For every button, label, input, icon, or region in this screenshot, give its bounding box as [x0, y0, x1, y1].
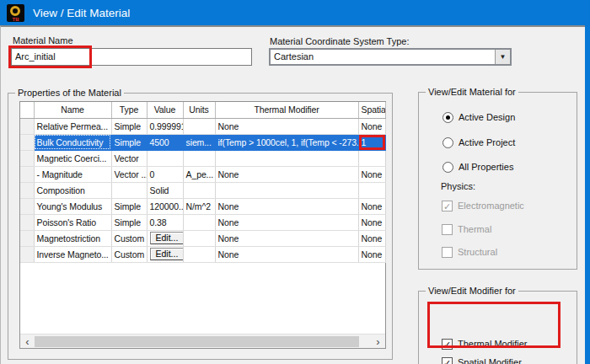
row-selector[interactable] — [20, 182, 34, 198]
table-row-magnetic-coercivity[interactable]: Magnetic Coerci... Vector — [20, 150, 385, 166]
table-row-magnitude[interactable]: - Magnitude Vector ... 0 A_pe... None No… — [20, 166, 385, 182]
chevron-down-icon[interactable]: ▼ — [495, 50, 510, 64]
cell-value[interactable]: 0 — [147, 166, 183, 182]
cell-thermal[interactable]: None — [215, 118, 358, 134]
radio-active-design[interactable]: Active Design — [442, 111, 515, 123]
cell-thermal[interactable] — [215, 150, 358, 166]
cell-type[interactable]: Custom — [111, 246, 147, 262]
cell-name[interactable]: Poisson's Ratio — [34, 214, 111, 230]
row-selector[interactable] — [20, 230, 34, 246]
cell-spatial[interactable]: None — [358, 166, 385, 182]
row-selector[interactable] — [20, 214, 34, 230]
edit-button[interactable]: Edit... — [150, 232, 184, 244]
cell-value[interactable]: Solid — [147, 182, 183, 198]
checkbox-label: Structural — [458, 247, 497, 257]
cell-thermal[interactable]: None — [215, 230, 358, 246]
cell-type[interactable]: Vector — [111, 150, 147, 166]
cell-value[interactable]: 120000... — [147, 198, 183, 214]
table-row-relative-permeability[interactable]: Relative Permea... Simple 0.999991 None … — [20, 118, 385, 134]
title-bar[interactable]: TB View / Edit Material — [0, 0, 590, 25]
cell-name[interactable]: Bulk Conductivity — [34, 134, 111, 150]
cell-spatial[interactable]: None — [358, 198, 385, 214]
cell-spatial[interactable]: None — [358, 230, 385, 246]
row-selector[interactable] — [20, 134, 34, 150]
header-thermal-modifier[interactable]: Thermal Modifier — [215, 102, 358, 118]
cell-thermal[interactable]: None — [215, 246, 358, 262]
table-row-poissons-ratio[interactable]: Poisson's Ratio Simple 0.38 None None — [20, 214, 385, 230]
checkbox-thermal-modifier[interactable]: Thermal Modifier — [442, 338, 528, 350]
table-row-bulk-conductivity[interactable]: Bulk Conductivity Simple 4500 siem... if… — [20, 134, 385, 150]
view-edit-material-dialog: TB View / Edit Material Material Name Ar… — [0, 0, 590, 364]
cell-name[interactable]: Magnetostriction — [34, 230, 111, 246]
cell-spatial-highlighted[interactable]: 1 — [358, 134, 385, 150]
cell-name[interactable]: - Magnitude — [34, 166, 111, 182]
radio-icon[interactable] — [442, 162, 453, 173]
checkbox-icon[interactable] — [442, 357, 453, 364]
cell-thermal[interactable]: None — [215, 166, 358, 182]
cell-type[interactable]: Simple — [111, 198, 147, 214]
radio-icon[interactable] — [442, 112, 453, 123]
cell-units[interactable] — [183, 150, 215, 166]
cell-units[interactable] — [183, 214, 215, 230]
cell-thermal[interactable] — [215, 182, 358, 198]
row-selector[interactable] — [20, 246, 34, 262]
cell-spatial[interactable] — [358, 182, 385, 198]
header-spatial[interactable]: Spatial — [358, 102, 385, 118]
header-name[interactable]: Name — [34, 102, 111, 118]
table-row-magnetostriction[interactable]: Magnetostriction Custom Edit... None Non… — [20, 230, 385, 246]
checkbox-structural: Structural — [442, 246, 497, 258]
radio-active-project[interactable]: Active Project — [442, 136, 515, 148]
material-name-input[interactable]: Arc_initial — [11, 48, 252, 66]
checkbox-icon[interactable] — [442, 339, 453, 350]
cell-units[interactable] — [183, 246, 215, 262]
cell-units[interactable] — [183, 230, 215, 246]
cell-units[interactable] — [183, 118, 215, 134]
cell-units[interactable]: N/m^2 — [183, 198, 215, 214]
cell-spatial[interactable]: None — [358, 214, 385, 230]
cell-spatial[interactable] — [358, 150, 385, 166]
cell-name[interactable]: Inverse Magneto... — [34, 246, 111, 262]
row-selector[interactable] — [20, 198, 34, 214]
cell-name[interactable]: Young's Modulus — [34, 198, 111, 214]
cell-thermal[interactable]: None — [215, 198, 358, 214]
header-units[interactable]: Units — [183, 102, 215, 118]
cell-name[interactable]: Magnetic Coerci... — [34, 150, 111, 166]
cell-value[interactable]: 0.38 — [147, 214, 183, 230]
cell-type[interactable]: Simple — [111, 134, 147, 150]
cell-name[interactable]: Composition — [34, 182, 111, 198]
cell-type[interactable]: Simple — [111, 214, 147, 230]
horizontal-scrollbar[interactable]: ‹ › — [20, 334, 385, 348]
radio-icon[interactable] — [442, 137, 453, 148]
cell-spatial[interactable]: None — [358, 118, 385, 134]
row-selector[interactable] — [20, 118, 34, 134]
header-type[interactable]: Type — [111, 102, 147, 118]
cell-value[interactable]: 0.999991 — [147, 118, 183, 134]
properties-group-title: Properties of the Material — [15, 88, 124, 98]
header-value[interactable]: Value — [147, 102, 183, 118]
table-row-youngs-modulus[interactable]: Young's Modulus Simple 120000... N/m^2 N… — [20, 198, 385, 214]
cell-thermal[interactable]: if(Temp > 1000cel, 1, if(Temp < -273.15c… — [215, 134, 358, 150]
scroll-right-icon[interactable]: › — [371, 335, 385, 349]
cell-units[interactable] — [183, 182, 215, 198]
cell-type[interactable] — [111, 182, 147, 198]
cell-type[interactable]: Simple — [111, 118, 147, 134]
scrollbar-thumb[interactable] — [35, 336, 359, 347]
row-selector[interactable] — [20, 150, 34, 166]
radio-all-properties[interactable]: All Properties — [442, 161, 513, 173]
edit-button[interactable]: Edit... — [150, 248, 184, 260]
cell-name[interactable]: Relative Permea... — [34, 118, 111, 134]
table-row-inverse-magnetostriction[interactable]: Inverse Magneto... Custom Edit... None N… — [20, 246, 385, 262]
row-selector[interactable] — [20, 166, 34, 182]
scroll-left-icon[interactable]: ‹ — [20, 335, 35, 349]
cell-units[interactable]: siem... — [183, 134, 215, 150]
table-row-composition[interactable]: Composition Solid — [20, 182, 385, 198]
cell-units[interactable]: A_pe... — [183, 166, 215, 182]
cell-type[interactable]: Custom — [111, 230, 147, 246]
coordinate-system-dropdown[interactable]: Cartesian ▼ — [269, 48, 512, 66]
cell-value[interactable]: 4500 — [147, 134, 183, 150]
cell-spatial[interactable]: None — [358, 246, 385, 262]
checkbox-spatial-modifier[interactable]: Spatial Modifier — [442, 356, 522, 364]
cell-value[interactable] — [147, 150, 183, 166]
cell-thermal[interactable]: None — [215, 214, 358, 230]
cell-type[interactable]: Vector ... — [111, 166, 147, 182]
